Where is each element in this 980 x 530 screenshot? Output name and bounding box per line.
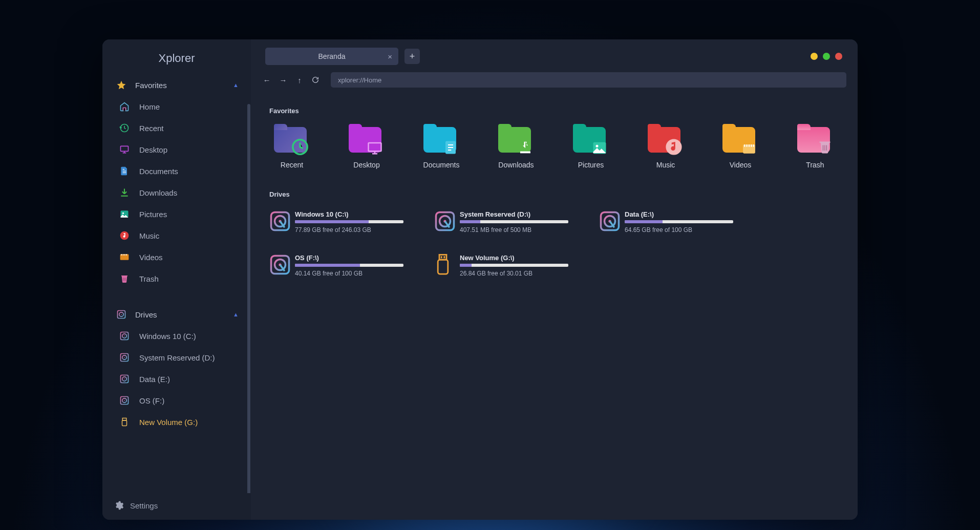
sidebar-item-music[interactable]: Music <box>115 225 247 246</box>
recent-icon <box>118 122 131 134</box>
svg-point-3 <box>122 213 124 214</box>
downloads-icon <box>118 187 131 198</box>
drive-icon <box>115 309 128 320</box>
sidebar-drive-e[interactable]: Data (E:) <box>115 368 247 390</box>
favorite-desktop[interactable]: Desktop <box>344 127 389 169</box>
close-icon[interactable]: × <box>388 52 392 61</box>
svg-point-17 <box>124 378 125 379</box>
sidebar-item-documents[interactable]: Documents <box>115 160 247 182</box>
sidebar-drive-c[interactable]: Windows 10 (C:) <box>115 325 247 347</box>
drives-section-header[interactable]: Drives ▲ <box>115 304 247 325</box>
main-area: Beranda × + ← → ↑ xplorer://Home <box>251 39 858 520</box>
back-button[interactable]: ← <box>262 76 271 84</box>
sidebar-item-label: Videos <box>139 253 163 262</box>
sidebar-drive-d[interactable]: System Reserved (D:) <box>115 347 247 368</box>
hdd-icon <box>118 352 131 363</box>
downloads-folder-icon <box>498 127 534 156</box>
star-icon <box>115 79 128 91</box>
minimize-button[interactable] <box>811 53 818 60</box>
sidebar-drive-g[interactable]: New Volume (G:) <box>115 411 247 433</box>
refresh-button[interactable] <box>311 76 321 84</box>
drives-title: Drives <box>269 190 839 198</box>
favorite-label: Recent <box>281 161 303 169</box>
sidebar: Xplorer Favorites ▲ Home Recent <box>102 39 251 520</box>
sidebar-item-label: New Volume (G:) <box>139 418 198 427</box>
sidebar-item-label: Pictures <box>139 210 167 219</box>
favorite-trash[interactable]: Trash <box>793 127 838 169</box>
sidebar-content: Favorites ▲ Home Recent Desktop <box>102 74 251 493</box>
svg-point-20 <box>124 400 125 401</box>
up-button[interactable]: ↑ <box>295 76 304 84</box>
favorite-videos[interactable]: Videos <box>718 127 763 169</box>
drive-name: OS (F:\) <box>295 254 403 262</box>
maximize-button[interactable] <box>823 53 830 60</box>
drive-f[interactable]: OS (F:\) 40.14 GB free of 100 GB <box>269 254 403 277</box>
favorites-section-header[interactable]: Favorites ▲ <box>115 74 247 96</box>
favorite-downloads[interactable]: Downloads <box>494 127 539 169</box>
drive-e[interactable]: Data (E:\) 64.65 GB free of 100 GB <box>599 210 733 234</box>
progress-bar <box>460 220 568 223</box>
svg-rect-1 <box>121 146 129 151</box>
svg-rect-42 <box>439 255 446 260</box>
desktop-folder-icon <box>349 127 385 156</box>
sidebar-item-label: Data (E:) <box>139 375 170 384</box>
favorite-label: Trash <box>806 161 824 169</box>
sidebar-item-label: Recent <box>139 124 164 133</box>
favorite-documents[interactable]: Documents <box>419 127 464 169</box>
forward-button[interactable]: → <box>279 76 288 84</box>
svg-rect-44 <box>443 256 445 258</box>
sidebar-item-label: Documents <box>139 167 178 176</box>
tab-bar: Beranda × + <box>251 39 858 65</box>
sidebar-item-trash[interactable]: Trash <box>115 268 247 289</box>
drive-free-text: 26.84 GB free of 30.01 GB <box>460 270 568 277</box>
hdd-icon <box>269 210 291 232</box>
favorite-pictures[interactable]: Pictures <box>568 127 613 169</box>
drive-free-text: 64.65 GB free of 100 GB <box>625 226 733 234</box>
drive-name: System Reserved (D:\) <box>460 210 568 218</box>
drive-c[interactable]: Windows 10 (C:\) 77.89 GB free of 246.03… <box>269 210 403 234</box>
svg-point-8 <box>121 314 122 315</box>
address-text: xplorer://Home <box>338 76 381 84</box>
drive-d[interactable]: System Reserved (D:\) 407.51 MB free of … <box>434 210 568 234</box>
drive-name: New Volume (G:\) <box>460 254 568 262</box>
hdd-icon <box>118 373 131 385</box>
sidebar-scrollbar[interactable] <box>247 104 250 493</box>
favorites-grid: Recent Desktop Documents <box>269 127 839 169</box>
tab-home[interactable]: Beranda × <box>265 48 398 65</box>
favorite-label: Desktop <box>353 161 379 169</box>
sidebar-item-label: Downloads <box>139 188 177 197</box>
music-folder-icon <box>648 127 684 156</box>
sidebar-item-desktop[interactable]: Desktop <box>115 139 247 160</box>
close-button[interactable] <box>835 53 842 60</box>
new-tab-button[interactable]: + <box>404 49 420 64</box>
svg-rect-45 <box>438 260 448 274</box>
sidebar-item-label: Home <box>139 102 160 111</box>
content-area: Favorites Recent Desktop <box>251 92 858 292</box>
drive-g[interactable]: New Volume (G:\) 26.84 GB free of 30.01 … <box>434 254 568 277</box>
tab-label: Beranda <box>318 52 346 60</box>
address-bar[interactable]: xplorer://Home <box>331 72 846 88</box>
svg-point-27 <box>596 145 599 147</box>
settings-button[interactable]: Settings <box>102 493 251 520</box>
favorites-title: Favorites <box>269 107 839 115</box>
documents-folder-icon <box>423 127 459 156</box>
favorite-label: Videos <box>730 161 752 169</box>
favorite-music[interactable]: Music <box>643 127 688 169</box>
home-icon <box>118 101 131 112</box>
favorite-recent[interactable]: Recent <box>269 127 314 169</box>
trash-folder-icon <box>797 127 833 156</box>
progress-bar <box>625 220 733 223</box>
drive-name: Data (E:\) <box>625 210 733 218</box>
drive-free-text: 40.14 GB free of 100 GB <box>295 270 403 277</box>
plus-icon: + <box>410 51 415 62</box>
sidebar-item-pictures[interactable]: Pictures <box>115 203 247 225</box>
svg-rect-24 <box>369 143 381 151</box>
sidebar-drive-f[interactable]: OS (F:) <box>115 390 247 411</box>
gear-icon <box>114 500 130 511</box>
sidebar-item-home[interactable]: Home <box>115 96 247 117</box>
sidebar-item-recent[interactable]: Recent <box>115 117 247 139</box>
chevron-up-icon: ▲ <box>233 82 239 88</box>
progress-bar <box>295 264 403 267</box>
sidebar-item-videos[interactable]: Videos <box>115 246 247 268</box>
sidebar-item-downloads[interactable]: Downloads <box>115 182 247 203</box>
